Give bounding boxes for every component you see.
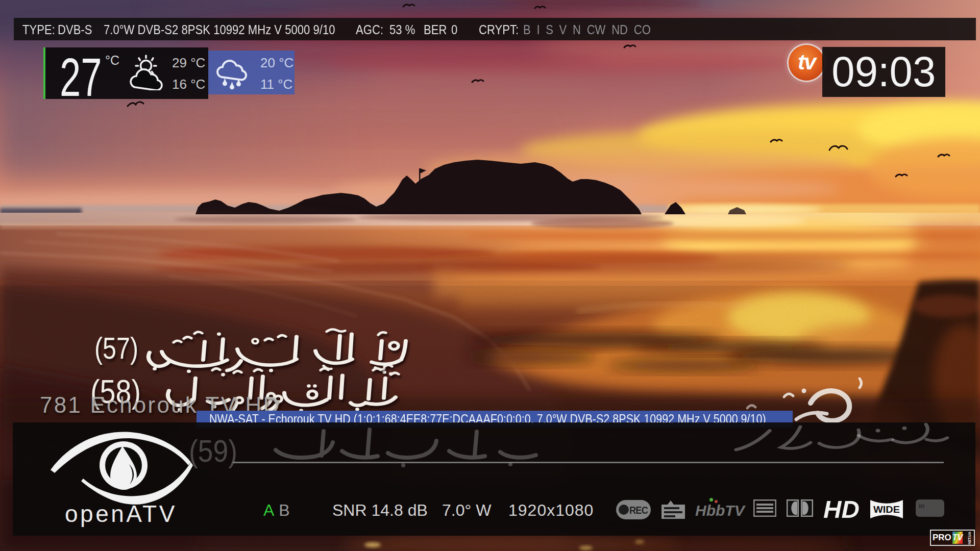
svg-text:WIDE: WIDE bbox=[873, 504, 900, 515]
